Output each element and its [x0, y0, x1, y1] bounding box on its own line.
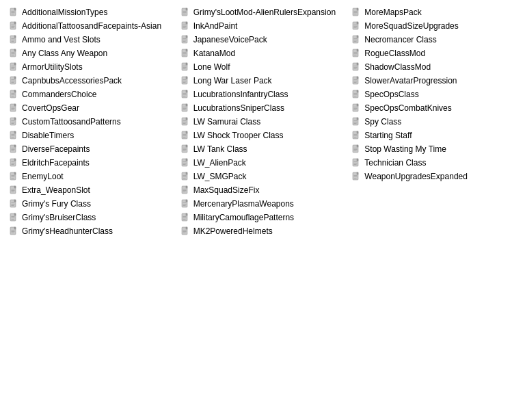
list-item[interactable]: Any Class Any Weapon [5, 47, 177, 60]
svg-rect-239 [354, 82, 357, 83]
svg-rect-233 [354, 68, 357, 69]
list-item[interactable]: LW Shock Trooper Class [177, 129, 349, 142]
list-item[interactable]: SlowerAvatarProgression [348, 74, 520, 88]
list-item[interactable]: LW Samurai Class [177, 115, 349, 129]
list-item[interactable]: Necromancer Class [348, 33, 520, 47]
list-item[interactable]: AdditionalMissionTypes [5, 5, 177, 19]
list-item[interactable]: SpecOpsClass [348, 88, 520, 101]
svg-rect-149 [183, 109, 185, 110]
list-item[interactable]: LW_AlienPack [177, 156, 349, 170]
list-item[interactable]: MoreMapsPack [348, 5, 520, 19]
item-label: Extra_WeaponSlot [22, 185, 90, 195]
svg-rect-172 [183, 163, 186, 163]
file-icon [8, 21, 19, 31]
list-item[interactable]: Stop Wasting My Time [348, 142, 520, 156]
list-item[interactable]: Long War Laser Pack [177, 74, 349, 88]
svg-rect-76 [12, 176, 15, 177]
file-icon [8, 7, 19, 18]
file-icon [351, 48, 362, 59]
file-icon [180, 48, 191, 59]
svg-rect-161 [183, 137, 185, 137]
item-label: EnemyLoot [22, 172, 64, 181]
list-item[interactable]: Grimy's Fury Class [5, 197, 177, 211]
list-item[interactable]: MaxSquadSizeFix [177, 183, 349, 197]
list-item[interactable]: Extra_WeaponSlot [5, 183, 177, 197]
list-item[interactable]: EldritchFacepaints [5, 156, 177, 170]
file-icon [351, 7, 362, 18]
list-item[interactable]: Starting Staff [348, 129, 520, 142]
svg-rect-131 [183, 68, 185, 69]
item-label: Grimy'sBruiserClass [22, 213, 96, 222]
svg-rect-143 [183, 96, 185, 96]
list-item[interactable]: EnemyLoot [5, 170, 177, 183]
file-icon [8, 226, 19, 237]
list-item[interactable]: WeaponUpgradesExpanded [348, 170, 520, 183]
item-label: KatanaMod [193, 49, 235, 58]
list-item[interactable]: AdditionalTattoosandFacepaints-Asian [5, 19, 177, 33]
file-icon [180, 185, 191, 196]
svg-rect-255 [354, 120, 358, 121]
svg-rect-184 [183, 190, 186, 191]
list-item[interactable]: LW_SMGPack [177, 170, 349, 183]
item-label: Grimy'sHeadhunterClass [22, 226, 113, 236]
list-item[interactable]: MilitaryCamouflagePatterns [177, 211, 349, 224]
file-icon [180, 171, 191, 182]
list-item[interactable]: RogueClassMod [348, 47, 520, 60]
list-item[interactable]: ShadowClassMod [348, 60, 520, 74]
item-label: LucubrationsInfantryClass [193, 90, 288, 99]
svg-rect-21 [12, 52, 15, 53]
list-item[interactable]: LW Tank Class [177, 142, 349, 156]
file-icon [180, 226, 191, 237]
list-item[interactable]: MoreSquadSizeUpgrades [348, 19, 520, 33]
list-item[interactable]: CustomTattoosandPatterns [5, 115, 177, 129]
svg-rect-10 [12, 26, 15, 27]
svg-rect-147 [183, 107, 186, 107]
list-item[interactable]: CovertOpsGear [5, 101, 177, 115]
list-item[interactable]: Ammo and Vest Slots [5, 33, 177, 47]
list-item[interactable]: InkAndPaint [177, 19, 349, 33]
list-item[interactable]: DiverseFacepaints [5, 142, 177, 156]
list-item[interactable]: Grimy'sLootMod-AlienRulersExpansion [177, 5, 349, 19]
svg-rect-208 [354, 12, 358, 13]
svg-rect-93 [12, 216, 15, 217]
list-item[interactable]: SpecOpsCombatKnives [348, 101, 520, 115]
list-item[interactable]: LucubrationsInfantryClass [177, 88, 349, 101]
svg-rect-88 [12, 204, 15, 205]
svg-rect-63 [12, 148, 15, 148]
svg-rect-231 [354, 66, 358, 66]
file-icon [8, 34, 19, 45]
svg-rect-249 [354, 107, 358, 107]
file-icon [180, 144, 191, 155]
item-label: Necromancer Class [364, 35, 436, 44]
svg-rect-213 [354, 25, 358, 25]
svg-rect-281 [354, 178, 357, 179]
list-item[interactable]: CommandersChoice [5, 88, 177, 101]
svg-rect-245 [354, 96, 357, 96]
svg-rect-23 [12, 55, 14, 55]
list-item[interactable]: Grimy'sHeadhunterClass [5, 224, 177, 238]
list-item[interactable]: MercenaryPlasmaWeapons [177, 197, 349, 211]
list-item[interactable]: MK2PoweredHelmets [177, 224, 349, 238]
list-item[interactable]: JapaneseVoicePack [177, 33, 349, 47]
list-item[interactable]: ArmorUtilitySlots [5, 60, 177, 74]
svg-rect-11 [12, 27, 14, 28]
svg-rect-119 [183, 41, 185, 42]
list-item[interactable]: CapnbubsAccessoriesPack [5, 74, 177, 88]
list-item[interactable]: Technician Class [348, 156, 520, 170]
list-item[interactable]: Grimy'sBruiserClass [5, 211, 177, 224]
file-icon [8, 75, 19, 86]
svg-rect-17 [12, 41, 14, 42]
svg-rect-153 [183, 120, 186, 121]
list-item[interactable]: Lone Wolf [177, 60, 349, 74]
list-item[interactable]: Spy Class [348, 115, 520, 129]
svg-rect-183 [183, 189, 186, 189]
file-icon [351, 62, 362, 73]
list-item[interactable]: LucubrationsSniperClass [177, 101, 349, 115]
item-label: SlowerAvatarProgression [364, 76, 457, 86]
svg-rect-51 [12, 120, 15, 121]
list-item[interactable]: DisableTimers [5, 129, 177, 142]
list-item[interactable]: KatanaMod [177, 47, 349, 60]
item-label: MoreMapsPack [364, 8, 421, 17]
svg-rect-197 [183, 219, 185, 220]
item-label: LW Samurai Class [193, 117, 260, 127]
